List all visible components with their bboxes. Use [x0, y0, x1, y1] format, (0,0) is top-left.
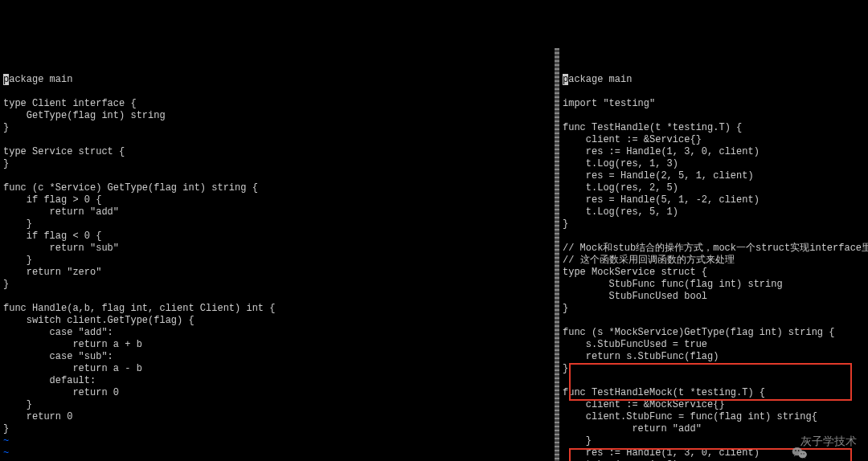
code-line: t.Log(res, 5, 1)	[563, 206, 865, 218]
code-line	[3, 86, 551, 98]
code-line: res := Handle(1, 3, 0, client)	[563, 447, 865, 459]
editor-split: package maintype Client interface { GetT…	[0, 48, 868, 461]
code-line	[3, 170, 551, 182]
code-line: return 0	[3, 387, 551, 399]
code-line: default:	[3, 375, 551, 387]
code-line: return "sub"	[3, 243, 551, 255]
code-line: return "zero"	[3, 267, 551, 279]
right-editor-pane[interactable]: package mainimport "testing"func TestHan…	[559, 48, 868, 461]
code-line: GetType(flag int) string	[3, 110, 551, 122]
code-line: switch client.GetType(flag) {	[3, 315, 551, 327]
empty-tilde: ~	[3, 435, 551, 447]
code-line: func (c *Service) GetType(flag int) stri…	[3, 182, 551, 194]
code-line	[3, 134, 551, 146]
code-line: func TestHandle(t *testing.T) {	[563, 122, 865, 134]
code-line: type Client interface {	[3, 98, 551, 110]
code-line: if flag < 0 {	[3, 230, 551, 243]
code-line: res := Handle(1, 3, 0, client)	[563, 146, 865, 158]
code-line	[563, 86, 865, 98]
code-line	[563, 315, 865, 327]
code-line: func TestHandleMock(t *testing.T) {	[563, 387, 865, 399]
code-line: func Handle(a,b, flag int, client Client…	[3, 303, 551, 315]
code-line: }	[563, 363, 865, 375]
code-line: t.Log(res, 1, 3)	[563, 158, 865, 170]
code-line	[3, 291, 551, 303]
code-line: func (s *MockService)GetType(flag int) s…	[563, 327, 865, 339]
code-line: client.StubFunc = func(flag int) string{	[563, 411, 865, 423]
code-line: }	[3, 279, 551, 291]
code-line	[563, 375, 865, 387]
code-line: return "add"	[563, 423, 865, 435]
code-line: case "sub":	[3, 351, 551, 363]
code-line: }	[3, 423, 551, 435]
code-line: client := &MockService{}	[563, 399, 865, 411]
code-line: }	[3, 255, 551, 267]
code-line: case "add":	[3, 327, 551, 339]
left-code: package maintype Client interface { GetT…	[3, 74, 551, 461]
code-line: if flag > 0 {	[3, 194, 551, 206]
code-line	[563, 110, 865, 122]
code-line: type MockService struct {	[563, 267, 865, 279]
left-editor-pane[interactable]: package maintype Client interface { GetT…	[0, 48, 555, 461]
code-line: return "add"	[3, 206, 551, 218]
code-line: s.StubFuncUsed = true	[563, 339, 865, 351]
code-line: import "testing"	[563, 98, 865, 110]
code-line	[563, 230, 865, 243]
code-line: return 0	[3, 411, 551, 423]
empty-tilde: ~	[3, 447, 551, 459]
code-line: }	[563, 303, 865, 315]
code-line: }	[563, 435, 865, 447]
code-line: res = Handle(2, 5, 1, client)	[563, 170, 865, 182]
code-line: StubFuncUsed bool	[563, 291, 865, 303]
code-line: res = Handle(5, 1, -2, client)	[563, 194, 865, 206]
code-line: }	[3, 122, 551, 134]
code-line: type Service struct {	[3, 146, 551, 158]
code-line: }	[3, 218, 551, 230]
code-line: t.Log(res, 2, 5)	[563, 182, 865, 194]
code-line: client := &Service{}	[563, 134, 865, 146]
code-line: // 这个函数采用回调函数的方式来处理	[563, 255, 865, 267]
code-line: }	[3, 158, 551, 170]
code-line: return s.StubFunc(flag)	[563, 351, 865, 363]
code-line: package main	[563, 74, 865, 86]
code-line: return a - b	[3, 363, 551, 375]
code-line: }	[563, 218, 865, 230]
code-line: package main	[3, 74, 551, 86]
code-line: StubFunc func(flag int) string	[563, 279, 865, 291]
right-code: package mainimport "testing"func TestHan…	[563, 74, 865, 461]
code-line: }	[3, 399, 551, 411]
code-line: // Mock和stub结合的操作方式，mock一个struct实现interf…	[563, 243, 865, 255]
code-line: return a + b	[3, 339, 551, 351]
